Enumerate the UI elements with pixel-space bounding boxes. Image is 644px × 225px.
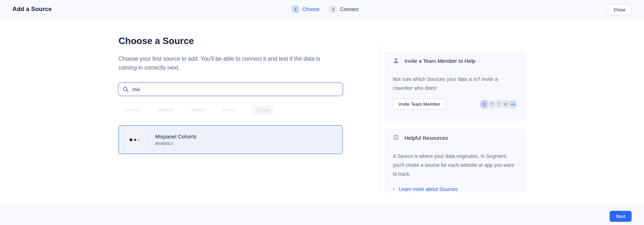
avatar-overflow-badge: +6 bbox=[508, 100, 517, 109]
main-content: Choose a Source Choose your first source… bbox=[119, 18, 343, 154]
step-choose-badge: 1 bbox=[292, 5, 299, 13]
filter-website[interactable]: Website bbox=[157, 105, 175, 115]
source-search bbox=[119, 83, 343, 96]
resources-panel-rule bbox=[393, 146, 517, 146]
step-connect-label: Connect bbox=[340, 6, 358, 12]
step-connect-badge: 2 bbox=[329, 5, 337, 13]
filter-mobile[interactable]: Mobile bbox=[191, 105, 206, 115]
page-description: Choose your first source to add. You’ll … bbox=[119, 54, 335, 72]
invite-panel-rule bbox=[393, 69, 517, 69]
filter-popular[interactable]: Popular bbox=[124, 105, 142, 115]
resources-link-row: • Learn more about Sources bbox=[393, 186, 517, 192]
category-filters: Popular Website Mobile Server Cloud bbox=[119, 105, 343, 115]
footer-bar: Next bbox=[0, 205, 644, 225]
sidebar-divider bbox=[380, 44, 380, 193]
person-icon bbox=[393, 57, 399, 64]
header-bar: Add a Source 1 Choose 2 Connect Close bbox=[0, 0, 644, 18]
bullet-icon: • bbox=[393, 186, 395, 192]
step-connect[interactable]: 2 Connect bbox=[329, 5, 358, 13]
invite-panel-header: Invite a Team Member to Help bbox=[393, 51, 517, 69]
source-card-text: Mixpanel Cohorts analytics bbox=[155, 133, 197, 146]
learn-more-sources-link[interactable]: Learn more about Sources bbox=[399, 186, 458, 192]
resources-panel-title: Helpful Resources bbox=[404, 135, 448, 141]
source-category: analytics bbox=[155, 141, 197, 146]
mixpanel-dots-logo bbox=[125, 130, 145, 150]
add-source-screen: Add a Source 1 Choose 2 Connect Close Ch… bbox=[0, 0, 644, 225]
source-name: Mixpanel Cohorts bbox=[155, 133, 197, 139]
invite-panel: Invite a Team Member to Help Not sure wh… bbox=[384, 51, 526, 121]
resources-panel-header: Helpful Resources bbox=[393, 128, 517, 146]
filter-server[interactable]: Server bbox=[221, 105, 236, 115]
invite-panel-body: Not sure which Sources your data is in? … bbox=[393, 75, 517, 93]
source-card-mixpanel-cohorts[interactable]: Mixpanel Cohorts analytics bbox=[119, 125, 343, 154]
page-heading: Choose a Source bbox=[119, 35, 343, 46]
book-icon bbox=[393, 135, 399, 141]
step-choose-label: Choose bbox=[302, 6, 319, 12]
filter-cloud[interactable]: Cloud bbox=[252, 105, 275, 115]
resources-panel: Helpful Resources A Source is where your… bbox=[384, 128, 526, 192]
resources-panel-body: A Source is where your data originates. … bbox=[393, 152, 517, 179]
close-button[interactable]: Close bbox=[608, 4, 631, 15]
invite-panel-title: Invite a Team Member to Help bbox=[404, 58, 475, 64]
search-input[interactable] bbox=[119, 83, 343, 96]
step-choose[interactable]: 1 Choose bbox=[292, 5, 319, 13]
team-avatar-stack: V T T R +6 bbox=[480, 100, 517, 109]
page-title: Add a Source bbox=[12, 6, 52, 13]
next-button[interactable]: Next bbox=[610, 211, 632, 222]
invite-team-member-button[interactable]: Invite Team Member bbox=[393, 99, 446, 110]
invite-row: Invite Team Member V T T R +6 bbox=[393, 99, 517, 110]
stepper: 1 Choose 2 Connect bbox=[292, 5, 358, 13]
